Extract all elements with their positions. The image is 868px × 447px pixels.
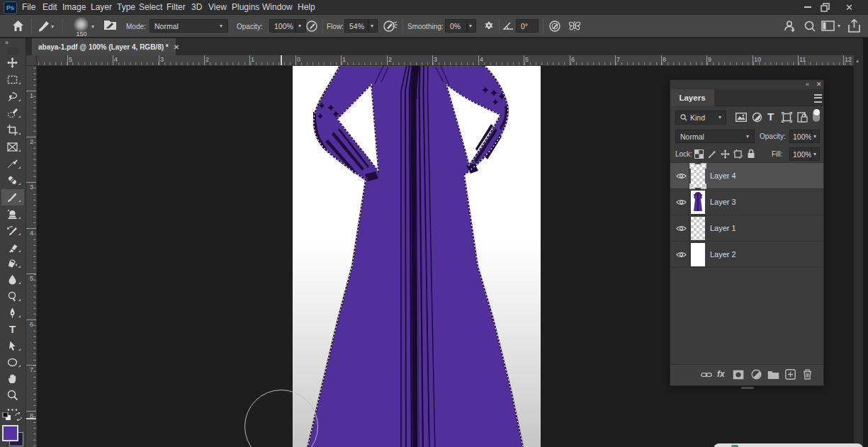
svg-text:T: T xyxy=(9,324,16,334)
